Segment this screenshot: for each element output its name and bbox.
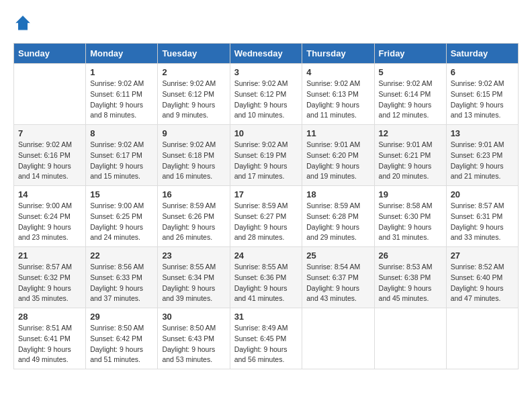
logo-icon	[13, 13, 32, 32]
calendar-cell: 4Sunrise: 9:02 AMSunset: 6:13 PMDaylight…	[302, 64, 374, 125]
day-number: 26	[379, 250, 442, 261]
day-number: 20	[451, 189, 514, 199]
calendar-cell: 29Sunrise: 8:50 AMSunset: 6:42 PMDayligh…	[86, 308, 158, 369]
day-info: Sunrise: 8:53 AMSunset: 6:38 PMDaylight:…	[379, 262, 442, 304]
day-info: Sunrise: 9:02 AMSunset: 6:15 PMDaylight:…	[451, 79, 514, 121]
day-info: Sunrise: 9:02 AMSunset: 6:19 PMDaylight:…	[234, 140, 298, 182]
calendar-cell: 10Sunrise: 9:02 AMSunset: 6:19 PMDayligh…	[230, 125, 302, 186]
day-info: Sunrise: 9:02 AMSunset: 6:12 PMDaylight:…	[162, 79, 225, 121]
day-number: 5	[379, 67, 442, 77]
day-number: 6	[451, 67, 514, 77]
day-info: Sunrise: 8:50 AMSunset: 6:43 PMDaylight:…	[162, 323, 225, 365]
day-info: Sunrise: 8:59 AMSunset: 6:28 PMDaylight:…	[306, 201, 369, 243]
day-info: Sunrise: 9:02 AMSunset: 6:13 PMDaylight:…	[306, 79, 369, 121]
column-header-wednesday: Wednesday	[230, 44, 302, 64]
day-info: Sunrise: 9:01 AMSunset: 6:20 PMDaylight:…	[306, 140, 369, 182]
day-number: 12	[379, 128, 442, 138]
calendar-week-row: 14Sunrise: 9:00 AMSunset: 6:24 PMDayligh…	[14, 186, 519, 247]
day-info: Sunrise: 9:00 AMSunset: 6:24 PMDaylight:…	[18, 201, 81, 243]
calendar-cell: 18Sunrise: 8:59 AMSunset: 6:28 PMDayligh…	[302, 186, 374, 247]
column-header-thursday: Thursday	[302, 44, 374, 64]
day-number: 4	[306, 67, 369, 77]
day-number: 8	[90, 128, 153, 138]
day-number: 3	[234, 67, 298, 77]
calendar-cell: 20Sunrise: 8:57 AMSunset: 6:31 PMDayligh…	[446, 186, 518, 247]
day-info: Sunrise: 8:58 AMSunset: 6:30 PMDaylight:…	[379, 201, 442, 243]
day-info: Sunrise: 8:51 AMSunset: 6:41 PMDaylight:…	[18, 323, 81, 365]
column-header-monday: Monday	[86, 44, 158, 64]
calendar-cell: 5Sunrise: 9:02 AMSunset: 6:14 PMDaylight…	[374, 64, 446, 125]
day-number: 17	[234, 189, 298, 199]
calendar-cell: 2Sunrise: 9:02 AMSunset: 6:12 PMDaylight…	[158, 64, 230, 125]
day-number: 21	[18, 250, 81, 261]
calendar-cell: 15Sunrise: 9:00 AMSunset: 6:25 PMDayligh…	[86, 186, 158, 247]
day-number: 24	[234, 250, 298, 261]
calendar-cell: 9Sunrise: 9:02 AMSunset: 6:18 PMDaylight…	[158, 125, 230, 186]
calendar-cell: 21Sunrise: 8:57 AMSunset: 6:32 PMDayligh…	[14, 247, 86, 308]
calendar-cell: 24Sunrise: 8:55 AMSunset: 6:36 PMDayligh…	[230, 247, 302, 308]
day-info: Sunrise: 9:02 AMSunset: 6:17 PMDaylight:…	[90, 140, 153, 182]
day-number: 1	[90, 67, 153, 77]
calendar-cell: 17Sunrise: 8:59 AMSunset: 6:27 PMDayligh…	[230, 186, 302, 247]
day-number: 10	[234, 128, 298, 138]
day-number: 31	[234, 312, 298, 322]
day-number: 15	[90, 189, 153, 199]
day-number: 30	[162, 312, 225, 322]
calendar-cell: 8Sunrise: 9:02 AMSunset: 6:17 PMDaylight…	[86, 125, 158, 186]
day-number: 13	[451, 128, 514, 138]
calendar-cell: 7Sunrise: 9:02 AMSunset: 6:16 PMDaylight…	[14, 125, 86, 186]
calendar-cell: 16Sunrise: 8:59 AMSunset: 6:26 PMDayligh…	[158, 186, 230, 247]
calendar-cell	[446, 308, 518, 369]
day-number: 9	[162, 128, 225, 138]
calendar-cell: 3Sunrise: 9:02 AMSunset: 6:12 PMDaylight…	[230, 64, 302, 125]
column-header-saturday: Saturday	[446, 44, 518, 64]
calendar-cell	[14, 64, 86, 125]
day-number: 22	[90, 250, 153, 261]
column-header-friday: Friday	[374, 44, 446, 64]
column-header-sunday: Sunday	[14, 44, 86, 64]
calendar-cell: 22Sunrise: 8:56 AMSunset: 6:33 PMDayligh…	[86, 247, 158, 308]
day-info: Sunrise: 8:55 AMSunset: 6:36 PMDaylight:…	[234, 262, 298, 304]
day-number: 25	[306, 250, 369, 261]
day-info: Sunrise: 9:02 AMSunset: 6:16 PMDaylight:…	[18, 140, 81, 182]
calendar-cell: 28Sunrise: 8:51 AMSunset: 6:41 PMDayligh…	[14, 308, 86, 369]
day-number: 29	[90, 312, 153, 322]
day-info: Sunrise: 9:01 AMSunset: 6:23 PMDaylight:…	[451, 140, 514, 182]
page-header	[13, 13, 519, 32]
calendar-cell: 25Sunrise: 8:54 AMSunset: 6:37 PMDayligh…	[302, 247, 374, 308]
calendar-cell: 14Sunrise: 9:00 AMSunset: 6:24 PMDayligh…	[14, 186, 86, 247]
day-number: 27	[451, 250, 514, 261]
day-info: Sunrise: 9:02 AMSunset: 6:18 PMDaylight:…	[162, 140, 225, 182]
calendar-cell: 31Sunrise: 8:49 AMSunset: 6:45 PMDayligh…	[230, 308, 302, 369]
day-info: Sunrise: 8:50 AMSunset: 6:42 PMDaylight:…	[90, 323, 153, 365]
day-number: 23	[162, 250, 225, 261]
logo	[13, 13, 36, 32]
calendar-cell: 27Sunrise: 8:52 AMSunset: 6:40 PMDayligh…	[446, 247, 518, 308]
calendar-cell: 30Sunrise: 8:50 AMSunset: 6:43 PMDayligh…	[158, 308, 230, 369]
day-number: 14	[18, 189, 81, 199]
calendar-cell: 13Sunrise: 9:01 AMSunset: 6:23 PMDayligh…	[446, 125, 518, 186]
day-info: Sunrise: 8:57 AMSunset: 6:31 PMDaylight:…	[451, 201, 514, 243]
calendar-week-row: 7Sunrise: 9:02 AMSunset: 6:16 PMDaylight…	[14, 125, 519, 186]
calendar-header-row: SundayMondayTuesdayWednesdayThursdayFrid…	[14, 44, 519, 64]
day-info: Sunrise: 9:02 AMSunset: 6:14 PMDaylight:…	[379, 79, 442, 121]
calendar-week-row: 21Sunrise: 8:57 AMSunset: 6:32 PMDayligh…	[14, 247, 519, 308]
day-info: Sunrise: 9:02 AMSunset: 6:12 PMDaylight:…	[234, 79, 298, 121]
calendar-cell: 1Sunrise: 9:02 AMSunset: 6:11 PMDaylight…	[86, 64, 158, 125]
calendar-cell: 12Sunrise: 9:01 AMSunset: 6:21 PMDayligh…	[374, 125, 446, 186]
calendar-cell: 26Sunrise: 8:53 AMSunset: 6:38 PMDayligh…	[374, 247, 446, 308]
day-number: 19	[379, 189, 442, 199]
calendar-table: SundayMondayTuesdayWednesdayThursdayFrid…	[13, 43, 519, 369]
day-info: Sunrise: 8:55 AMSunset: 6:34 PMDaylight:…	[162, 262, 225, 304]
calendar-cell	[302, 308, 374, 369]
day-info: Sunrise: 8:59 AMSunset: 6:27 PMDaylight:…	[234, 201, 298, 243]
day-number: 11	[306, 128, 369, 138]
calendar-cell: 19Sunrise: 8:58 AMSunset: 6:30 PMDayligh…	[374, 186, 446, 247]
calendar-cell: 11Sunrise: 9:01 AMSunset: 6:20 PMDayligh…	[302, 125, 374, 186]
calendar-cell	[374, 308, 446, 369]
day-info: Sunrise: 8:54 AMSunset: 6:37 PMDaylight:…	[306, 262, 369, 304]
day-number: 7	[18, 128, 81, 138]
day-number: 28	[18, 312, 81, 322]
day-info: Sunrise: 9:02 AMSunset: 6:11 PMDaylight:…	[90, 79, 153, 121]
day-number: 18	[306, 189, 369, 199]
